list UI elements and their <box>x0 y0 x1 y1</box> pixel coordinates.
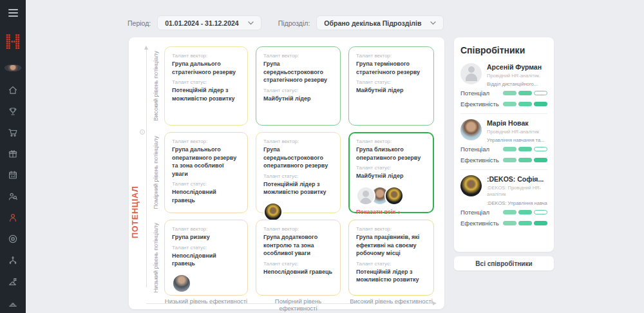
cell-avatars <box>172 274 240 293</box>
pill-filled <box>534 221 547 225</box>
status-value: Непослідовний гравець <box>172 188 240 204</box>
sidebar-item-milestones[interactable] <box>0 270 26 292</box>
sidebar-item-calendar[interactable] <box>0 164 26 185</box>
status-label: Талант статус: <box>172 245 240 251</box>
sidebar-item-talents[interactable] <box>0 207 26 228</box>
employee-avatar[interactable] <box>356 186 375 205</box>
status-label: Талант статус: <box>263 261 333 267</box>
status-value: Потенційній лідер з можливістю розвитку <box>356 268 426 284</box>
employee-department: Відділ дистанційного... <box>487 81 547 87</box>
employee-role: Провідний HR-аналітик. <box>487 73 547 79</box>
matrix-cell-4[interactable]: Талант вектор: Група середньострокового … <box>256 132 341 213</box>
col-label-medium: Помірний рівень ефективності <box>256 298 341 312</box>
employee-name: Марія Новак <box>487 119 547 127</box>
status-value: Майбутній лідер <box>356 172 426 180</box>
sidebar-item-competencies[interactable] <box>0 249 26 270</box>
col-label-high: Високий рівень ефективності <box>348 298 434 312</box>
matrix-cell-2[interactable]: Талант вектор: Група термінового стратег… <box>348 46 434 126</box>
sidebar-item-recruiting[interactable] <box>0 185 26 207</box>
pill-filled <box>503 91 516 95</box>
status-label: Талант статус: <box>263 88 333 93</box>
matrix-cell-0[interactable]: Талант вектор: Група дальнього стратегіч… <box>164 46 248 126</box>
row-label-low: Низький рівень потінціалу <box>153 223 159 292</box>
employee-avatar[interactable] <box>263 202 283 222</box>
potential-pills <box>503 147 547 151</box>
potential-label: Потенціал <box>460 209 489 216</box>
pill-filled <box>518 147 532 151</box>
sidebar-item-benefits[interactable] <box>0 143 26 164</box>
potential-axis-title: ПОТЕНЦІАЛ <box>131 135 140 238</box>
sidebar-item-goals[interactable] <box>0 228 26 249</box>
pill-filled <box>534 158 547 162</box>
all-employees-button[interactable]: Всі співробітники <box>454 256 554 270</box>
cell-avatars <box>356 186 426 205</box>
vector-value: Група дальнього оперативного резерву та … <box>172 146 240 178</box>
effectiveness-label: Ефективність <box>460 220 499 227</box>
sidebar-item-home[interactable] <box>0 79 26 100</box>
employee-card-1[interactable]: Марія Новак Провідний HR-аналітик Управл… <box>460 113 547 169</box>
matrix-cell-3[interactable]: Талант вектор: Група дальнього оперативн… <box>164 132 248 213</box>
status-value: Майбутній лідер <box>263 95 333 103</box>
row-label-high: Високий рівень потінціалу <box>153 51 159 121</box>
status-label: Талант статус: <box>356 261 426 267</box>
effectiveness-pills <box>503 102 547 106</box>
menu-icon[interactable] <box>8 9 18 17</box>
pill-filled <box>518 221 532 225</box>
vector-label: Талант вектор: <box>356 226 426 232</box>
pill-empty <box>534 147 547 151</box>
sidebar-item-podium[interactable] <box>0 292 26 313</box>
podium-icon <box>8 298 18 308</box>
pill-filled <box>503 221 516 225</box>
home-icon <box>8 85 18 95</box>
potential-axis-line <box>146 48 147 287</box>
user-search-icon <box>8 191 18 202</box>
matrix-cell-6[interactable]: Талант вектор: Група ризику Талант стату… <box>164 220 248 296</box>
user-avatar[interactable] <box>5 64 21 71</box>
potential-label: Потенціал <box>460 90 489 97</box>
pill-filled <box>518 210 532 214</box>
target-icon <box>8 234 18 244</box>
status-value: Майбутній лідер <box>356 86 426 95</box>
vector-label: Талант вектор: <box>172 226 240 232</box>
filter-bar: Період: 01.01.2024 - 31.12.2024 Підрозді… <box>128 15 444 30</box>
employee-avatar <box>460 175 482 196</box>
sidebar-item-awards[interactable] <box>0 100 26 122</box>
status-label: Талант статус: <box>263 173 333 179</box>
status-label: Талант статус: <box>172 79 240 85</box>
pill-filled <box>534 102 547 106</box>
employee-card-2[interactable]: :DEKOS: Софія... :DEKOS: Провідний HR-ан… <box>460 169 547 232</box>
status-value: Потенційній лідер з можливістю розвитку <box>172 86 240 102</box>
period-filter: Період: 01.01.2024 - 31.12.2024 <box>128 15 261 30</box>
sidebar-item-store[interactable] <box>0 122 26 143</box>
cart-icon <box>8 128 18 138</box>
employee-avatar[interactable] <box>384 186 404 205</box>
period-select[interactable]: 01.01.2024 - 31.12.2024 <box>157 15 261 30</box>
status-label: Талант статус: <box>356 79 426 85</box>
matrix-cell-7[interactable]: Талант вектор: Група додаткового контрол… <box>256 220 341 296</box>
matrix-cell-8[interactable]: Талант вектор: Група працівників, які еф… <box>348 220 434 296</box>
department-select[interactable]: Обрано декілька Підрозділів <box>316 15 444 30</box>
matrix-cell-1[interactable]: Талант вектор: Група середньострокового … <box>256 46 341 126</box>
chevron-down-icon <box>248 21 254 25</box>
employee-avatar[interactable] <box>172 274 191 293</box>
potential-pills <box>503 91 547 95</box>
effectiveness-pills <box>503 158 547 162</box>
effectiveness-label: Ефективність <box>460 156 499 164</box>
employee-name: Арсеній Фурман <box>487 63 547 71</box>
employee-name: :DEKOS: Софія... <box>487 175 547 183</box>
employees-panel: Співробітники Арсеній Фурман Провідний H… <box>454 37 554 252</box>
vector-label: Талант вектор: <box>263 53 333 59</box>
employee-department: Управління навчання та... <box>487 137 547 143</box>
app-logo[interactable] <box>6 33 20 53</box>
department-label: Підрозділ: <box>278 19 310 27</box>
gift-icon <box>8 149 18 159</box>
pill-empty <box>534 210 547 214</box>
employee-card-0[interactable]: Арсеній Фурман Провідний HR-аналітик. Ві… <box>460 63 547 113</box>
show-all-link[interactable]: Показати всіх › <box>356 209 426 216</box>
employee-avatar <box>460 63 482 84</box>
vector-label: Талант вектор: <box>263 138 333 144</box>
matrix-cell-5-selected[interactable]: Талант вектор: Група близького оперативн… <box>348 132 434 213</box>
info-icon[interactable]: i <box>140 129 145 135</box>
effectiveness-label: Ефективність <box>460 100 499 108</box>
employee-role: :DEKOS: Провідний HR-аналітик <box>487 185 547 198</box>
